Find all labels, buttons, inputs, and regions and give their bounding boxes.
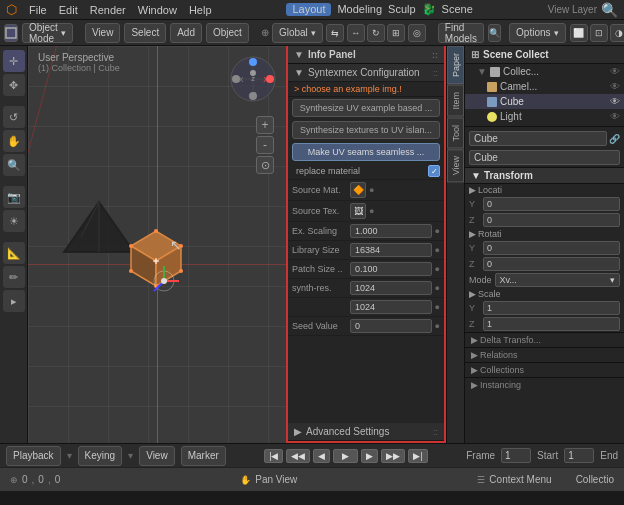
- cube-name-input[interactable]: [469, 150, 620, 165]
- vtab-view[interactable]: View: [447, 149, 464, 182]
- menu-render[interactable]: Render: [90, 4, 126, 16]
- pan-tool[interactable]: ✋: [3, 130, 25, 152]
- start-input[interactable]: [564, 448, 594, 463]
- source-mat-icon[interactable]: 🔶: [350, 182, 366, 198]
- viewport-icon2[interactable]: ⊡: [590, 24, 608, 42]
- collections-row[interactable]: ▶ Collections: [465, 362, 624, 377]
- synth-res-input1[interactable]: [350, 281, 432, 295]
- replace-mat-checkbox[interactable]: ✓: [428, 165, 440, 177]
- ws-tab-sculpt[interactable]: Sculp: [388, 3, 416, 16]
- ws-tab-modeling[interactable]: Modeling: [337, 3, 382, 16]
- mode-icon[interactable]: [4, 24, 18, 42]
- menu-file[interactable]: File: [29, 4, 47, 16]
- extra-tool[interactable]: ▸: [3, 290, 25, 312]
- vtab-tool[interactable]: Tool: [447, 118, 464, 149]
- jump-start-btn[interactable]: |◀: [264, 449, 283, 463]
- timeline-view-btn[interactable]: View: [139, 446, 175, 466]
- prev-frame-btn[interactable]: ◀◀: [286, 449, 310, 463]
- synthesize-tex-btn[interactable]: Synthesize textures to UV islan...: [292, 121, 440, 139]
- move-tool[interactable]: ✥: [3, 74, 25, 96]
- cursor-tool[interactable]: ✛: [3, 50, 25, 72]
- ws-tab-layout[interactable]: Layout: [286, 3, 331, 16]
- library-size-input[interactable]: [350, 243, 432, 257]
- add-btn[interactable]: Add: [170, 23, 202, 43]
- scale-y-input[interactable]: [483, 301, 620, 315]
- transform-icon2[interactable]: ⇆: [326, 24, 344, 42]
- object-btn[interactable]: Object: [206, 23, 249, 43]
- ex-scaling-input[interactable]: [350, 224, 432, 238]
- object-mode-dropdown[interactable]: Object Mode: [22, 23, 73, 43]
- ws-tab-scene[interactable]: Scene: [442, 3, 473, 16]
- instancing-row[interactable]: ▶ Instancing: [465, 377, 624, 392]
- move-icon[interactable]: ↔: [347, 24, 365, 42]
- advanced-settings-section[interactable]: ▶ Advanced Settings ::: [288, 423, 444, 441]
- next-keyframe-btn[interactable]: ▶: [361, 449, 378, 463]
- prev-keyframe-btn[interactable]: ◀: [313, 449, 330, 463]
- viewport-icon3[interactable]: ◑: [610, 24, 624, 42]
- find-icon[interactable]: 🔍: [488, 24, 501, 42]
- marker-btn[interactable]: Marker: [181, 446, 226, 466]
- measure-tool[interactable]: 📐: [3, 242, 25, 264]
- viewport-icon1[interactable]: ⬜: [570, 24, 588, 42]
- rot-z-input[interactable]: [483, 257, 620, 271]
- menu-window[interactable]: Window: [138, 4, 177, 16]
- loc-y-input[interactable]: [483, 197, 620, 211]
- reset-view-btn[interactable]: ⊙: [256, 156, 274, 174]
- rotate-icon[interactable]: ↻: [367, 24, 385, 42]
- synthesize-uv-btn[interactable]: Synthesize UV example based ...: [292, 99, 440, 117]
- panel-handle[interactable]: ::: [432, 50, 438, 60]
- options-dropdown[interactable]: Options: [509, 23, 565, 43]
- frame-input[interactable]: [501, 448, 531, 463]
- global-dropdown[interactable]: Global: [272, 23, 323, 43]
- orbit-tool[interactable]: ↺: [3, 106, 25, 128]
- jump-end-btn[interactable]: ▶|: [408, 449, 427, 463]
- patch-size-input[interactable]: [350, 262, 432, 276]
- sc-light-item[interactable]: Light 👁: [465, 109, 624, 124]
- transform-section-header[interactable]: ▼ Transform: [465, 167, 624, 184]
- annotate-tool[interactable]: ✏: [3, 266, 25, 288]
- delta-transform-row[interactable]: ▶ Delta Transfo...: [465, 332, 624, 347]
- scale-icon[interactable]: ⊞: [387, 24, 405, 42]
- synth-res-input2[interactable]: [350, 300, 432, 314]
- next-frame-btn[interactable]: ▶▶: [381, 449, 405, 463]
- transform-gizmo[interactable]: [139, 256, 189, 308]
- zoom-tool[interactable]: 🔍: [3, 154, 25, 176]
- menu-edit[interactable]: Edit: [59, 4, 78, 16]
- make-seams-btn[interactable]: Make UV seams seamless ...: [292, 143, 440, 161]
- eye-icon-1[interactable]: 👁: [610, 81, 620, 92]
- mode-dropdown[interactable]: Xv... ▾: [495, 273, 620, 287]
- view-btn[interactable]: View: [85, 23, 121, 43]
- loc-z-input[interactable]: [483, 213, 620, 227]
- zoom-in-btn[interactable]: +: [256, 116, 274, 134]
- vtab-paper[interactable]: Paper: [447, 46, 464, 84]
- sc-cube-item[interactable]: Cube 👁: [465, 94, 624, 109]
- relations-row[interactable]: ▶ Relations: [465, 347, 624, 362]
- playback-btn[interactable]: Playback: [6, 446, 61, 466]
- seed-value-input[interactable]: [350, 319, 432, 333]
- camera-tool[interactable]: 📷: [3, 186, 25, 208]
- sc-camel-item[interactable]: Camel... 👁: [465, 79, 624, 94]
- source-tex-icon[interactable]: 🖼: [350, 203, 366, 219]
- adv-handle[interactable]: ::: [433, 427, 438, 437]
- zoom-out-btn[interactable]: -: [256, 136, 274, 154]
- proportional-icon[interactable]: ◎: [408, 24, 426, 42]
- cube-name-value[interactable]: Cube: [469, 131, 607, 146]
- eye-icon-0[interactable]: 👁: [610, 66, 620, 77]
- scale-z-input[interactable]: [483, 317, 620, 331]
- eye-icon-2[interactable]: 👁: [610, 96, 620, 107]
- find-models-btn[interactable]: Find Models: [438, 23, 484, 43]
- cube-link-icon[interactable]: 🔗: [609, 134, 620, 144]
- play-btn[interactable]: ▶: [333, 449, 358, 463]
- vtab-item[interactable]: Item: [447, 85, 464, 117]
- menu-help[interactable]: Help: [189, 4, 212, 16]
- viewport[interactable]: User Perspective (1) Collection | Cube Y…: [28, 46, 286, 443]
- nav-sphere-widget[interactable]: Y X -X -Y Z: [228, 54, 278, 106]
- rot-y-input[interactable]: [483, 241, 620, 255]
- light-tool[interactable]: ☀: [3, 210, 25, 232]
- select-btn[interactable]: Select: [124, 23, 166, 43]
- search-icon[interactable]: 🔍: [601, 2, 618, 18]
- sc-collection-item[interactable]: ▼ Collec... 👁: [465, 64, 624, 79]
- section-handle[interactable]: ::: [433, 68, 438, 78]
- keying-btn[interactable]: Keying: [78, 446, 123, 466]
- eye-icon-3[interactable]: 👁: [610, 111, 620, 122]
